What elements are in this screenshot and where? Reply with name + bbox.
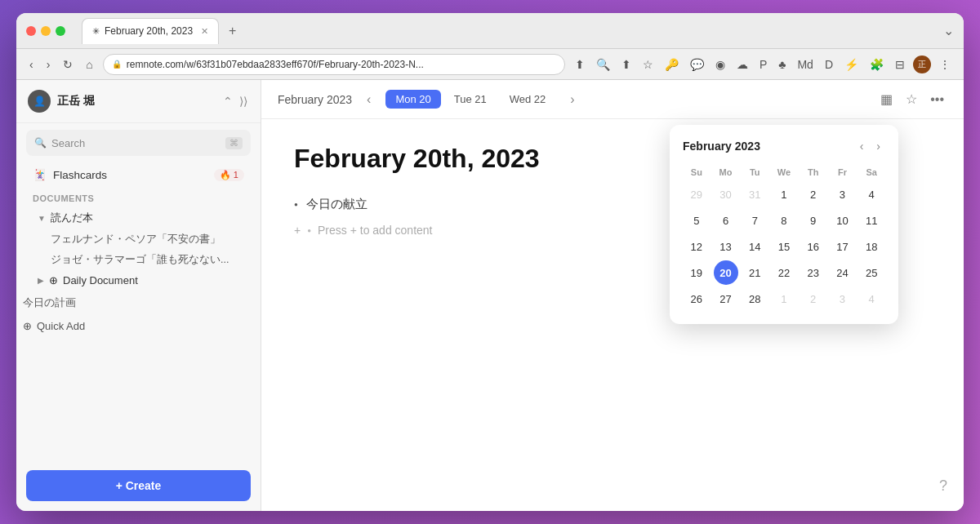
close-btn[interactable] xyxy=(26,26,36,36)
help-button[interactable]: ? xyxy=(939,477,947,495)
sidebar-footer: + Create xyxy=(16,454,261,511)
cal-day[interactable]: 31 xyxy=(742,182,767,206)
cal-day[interactable]: 21 xyxy=(742,260,767,285)
cal-day[interactable]: 29 xyxy=(684,182,709,206)
ext6-icon[interactable]: D xyxy=(822,56,836,73)
cal-day[interactable]: 11 xyxy=(859,208,884,233)
address-bar[interactable]: 🔒 remnote.com/w/63f31b07ebdaa2833eff670f… xyxy=(103,54,565,75)
cal-next-btn[interactable]: › xyxy=(871,138,885,154)
cal-day[interactable]: 12 xyxy=(684,234,709,259)
sidebar-toggle-btn[interactable]: ⟩⟩ xyxy=(238,93,249,109)
cal-day[interactable]: 2 xyxy=(801,286,826,311)
cal-day[interactable]: 9 xyxy=(801,208,826,233)
documents-section-label: DOCUMENTS xyxy=(16,187,261,206)
cal-day[interactable]: 1 xyxy=(772,286,796,311)
screen-capture-icon[interactable]: ⬆ xyxy=(572,56,588,73)
password-icon[interactable]: 🔑 xyxy=(662,56,682,73)
tab-menu-icon[interactable]: ⌄ xyxy=(943,23,954,38)
doc-label-yonda: 読んだ本 xyxy=(51,211,93,225)
cal-day[interactable]: 26 xyxy=(684,286,709,311)
cal-day[interactable]: 14 xyxy=(742,234,767,259)
calendar-view-btn[interactable]: ▦ xyxy=(877,88,896,110)
cal-day[interactable]: 3 xyxy=(830,286,854,311)
share-icon[interactable]: ⬆ xyxy=(618,56,635,73)
main-content: February 2023 ‹ Mon 20 Tue 21 Wed 22 › ▦… xyxy=(261,80,964,511)
ext1-icon[interactable]: ◉ xyxy=(712,56,728,73)
sidebar-item-flashcards[interactable]: 🃏 Flashcards 🔥 1 xyxy=(21,162,256,187)
cal-day[interactable]: 22 xyxy=(772,260,796,285)
flashcards-badge: 🔥 1 xyxy=(214,169,244,181)
cal-day[interactable]: 16 xyxy=(801,234,826,259)
cal-day[interactable]: 7 xyxy=(742,208,767,233)
cal-day[interactable]: 13 xyxy=(714,234,738,259)
cal-day[interactable]: 27 xyxy=(714,286,738,311)
app-window: ✳ February 20th, 2023 ✕ + ⌄ ‹ › ↻ ⌂ 🔒 re… xyxy=(16,13,964,511)
zoom-icon[interactable]: 🔍 xyxy=(593,56,613,73)
day-tab-wed22[interactable]: Wed 22 xyxy=(500,90,556,109)
bookmark-icon[interactable]: ☆ xyxy=(639,56,657,73)
add-icon: + xyxy=(294,224,301,237)
cal-day[interactable]: 19 xyxy=(684,260,709,285)
back-button[interactable]: ‹ xyxy=(26,55,37,74)
sidebar-link-keikaku[interactable]: 今日の計画 xyxy=(16,291,261,315)
cal-day-today[interactable]: 20 xyxy=(714,260,738,285)
minimize-btn[interactable] xyxy=(41,26,51,36)
collapse-sidebar-btn[interactable]: ⌃ xyxy=(221,93,234,109)
day-tab-mon20[interactable]: Mon 20 xyxy=(385,90,440,109)
cal-day[interactable]: 25 xyxy=(859,260,884,285)
sidebar-link-quickadd[interactable]: ⊕ Quick Add xyxy=(16,315,261,337)
avatar-icon: 👤 xyxy=(33,95,46,107)
ext5-icon[interactable]: Md xyxy=(794,56,816,73)
ext2-icon[interactable]: ☁ xyxy=(733,56,751,73)
cal-day[interactable]: 4 xyxy=(859,182,884,206)
ext3-icon[interactable]: P xyxy=(756,56,770,73)
home-button[interactable]: ⌂ xyxy=(82,55,96,74)
weekday-su: Su xyxy=(683,164,710,180)
sidebar: 👤 正岳 堀 ⌃ ⟩⟩ 🔍 Search ⌘ 🃏 Flashcards 🔥 1 … xyxy=(16,80,261,511)
message-icon[interactable]: 💬 xyxy=(687,56,707,73)
doc-sub-item-saramago[interactable]: ジョゼ・サラマーゴ「誰も死なない... xyxy=(21,250,256,270)
expand-icon: ▶ xyxy=(38,276,44,285)
profile-avatar[interactable]: 正 xyxy=(913,56,931,73)
cal-day[interactable]: 6 xyxy=(714,208,738,233)
cal-day[interactable]: 23 xyxy=(801,260,826,285)
tab-close-icon[interactable]: ✕ xyxy=(201,26,208,37)
cal-day[interactable]: 28 xyxy=(742,286,767,311)
cal-prev-btn[interactable]: ‹ xyxy=(855,138,869,154)
cal-day[interactable]: 5 xyxy=(684,208,709,233)
cal-day[interactable]: 1 xyxy=(772,182,796,206)
new-tab-button[interactable]: + xyxy=(222,20,243,42)
forward-button[interactable]: › xyxy=(43,55,54,74)
day-tab-tue21[interactable]: Tue 21 xyxy=(444,90,497,109)
reload-button[interactable]: ↻ xyxy=(60,55,76,74)
cal-day[interactable]: 8 xyxy=(772,208,796,233)
prev-day-btn[interactable]: ‹ xyxy=(362,91,376,109)
star-btn[interactable]: ☆ xyxy=(902,88,920,110)
next-day-btn[interactable]: › xyxy=(565,91,579,109)
cal-day[interactable]: 15 xyxy=(772,234,796,259)
doc-sub-item-pessoa[interactable]: フェルナンド・ペソア「不安の書」 xyxy=(21,229,256,250)
ext4-icon[interactable]: ♣ xyxy=(775,56,789,73)
cal-day[interactable]: 4 xyxy=(859,286,884,311)
cal-day[interactable]: 2 xyxy=(801,182,826,206)
browser-menu-icon[interactable]: ⋮ xyxy=(936,56,954,73)
cal-day[interactable]: 10 xyxy=(830,208,854,233)
cal-day[interactable]: 30 xyxy=(714,182,738,206)
cal-day[interactable]: 17 xyxy=(830,234,854,259)
sidebar-toggle-icon[interactable]: ⊟ xyxy=(892,56,908,73)
doc-item-yonda[interactable]: ▼ 読んだ本 xyxy=(21,206,256,229)
day-nav-arrows: ‹ xyxy=(362,91,376,109)
active-tab[interactable]: ✳ February 20th, 2023 ✕ xyxy=(82,18,219,44)
search-box[interactable]: 🔍 Search ⌘ xyxy=(26,130,251,156)
cal-day[interactable]: 18 xyxy=(859,234,884,259)
more-options-btn[interactable]: ••• xyxy=(927,89,947,110)
traffic-lights xyxy=(26,26,65,36)
ext7-icon[interactable]: ⚡ xyxy=(841,56,862,73)
maximize-btn[interactable] xyxy=(56,26,65,36)
ext8-icon[interactable]: 🧩 xyxy=(866,56,887,73)
weekday-fr: Fr xyxy=(829,164,857,180)
doc-item-daily[interactable]: ▶ ⊕ Daily Document xyxy=(21,270,256,291)
cal-day[interactable]: 3 xyxy=(830,182,854,206)
create-button[interactable]: + Create xyxy=(26,470,251,501)
cal-day[interactable]: 24 xyxy=(830,260,854,285)
